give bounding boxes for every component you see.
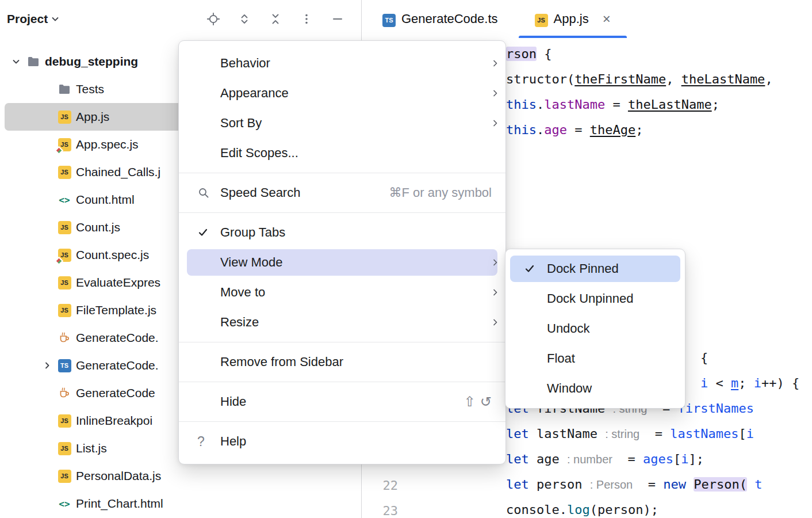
js-icon: JS — [58, 110, 71, 124]
menu-separator — [179, 382, 505, 382]
menu-item-label: Sort By — [220, 116, 262, 131]
tree-item-label: List.js — [76, 441, 107, 455]
chevron-spacer — [40, 497, 54, 511]
menu-separator — [179, 342, 505, 342]
tree-item-label: Print_Chart.html — [76, 497, 163, 511]
menu-item-resize[interactable]: Resize — [179, 307, 505, 337]
menu-item-label: Group Tabs — [220, 225, 285, 240]
menu-item-label: Resize — [220, 315, 259, 330]
menu-item-group-tabs[interactable]: Group Tabs — [179, 218, 505, 247]
locate-icon[interactable] — [206, 12, 221, 26]
chevron-spacer — [40, 276, 54, 290]
tree-item-personaldata-js[interactable]: JSPersonalData.js — [5, 462, 357, 490]
folder-icon — [26, 55, 40, 68]
menu-item-dock-unpinned[interactable]: Dock Unpinned — [505, 284, 685, 314]
tree-item-label: GenerateCode. — [76, 359, 159, 372]
menu-item-undock[interactable]: Undock — [505, 314, 685, 344]
tree-item-label: PersonalData.js — [76, 469, 161, 483]
js-icon: JS — [58, 276, 71, 290]
tab-app-js[interactable]: JSApp.js× — [516, 0, 629, 38]
code-line: { — [700, 349, 708, 367]
menu-item-label: Move to — [220, 285, 265, 300]
tree-item-label: Count.spec.js — [76, 248, 149, 262]
chevron-spacer — [40, 331, 54, 345]
chevron-spacer — [40, 193, 54, 207]
menu-item-label: Undock — [547, 321, 590, 336]
js-icon: JS — [58, 469, 71, 483]
help-icon: ? — [179, 435, 220, 448]
tree-item-label: GenerateCode. — [76, 331, 159, 345]
check-icon — [505, 263, 547, 275]
menu-item-label: Window — [547, 381, 592, 396]
menu-item-label: Help — [220, 434, 246, 449]
menu-item-speed-search[interactable]: Speed Search⌘F or any symbol — [179, 178, 505, 208]
chevron-right-icon[interactable] — [40, 359, 54, 372]
js-file-icon: JS — [535, 11, 548, 27]
menu-item-label: View Mode — [220, 255, 282, 270]
menu-item-dock-pinned[interactable]: Dock Pinned — [505, 254, 685, 284]
menu-item-view-mode[interactable]: View Mode — [179, 247, 505, 277]
chevron-spacer — [40, 165, 54, 179]
submenu-arrow-icon — [491, 59, 500, 68]
menu-item-label: Edit Scopes... — [220, 146, 298, 161]
code-line: structor(theFirstName, theLastName, — [506, 71, 773, 88]
tab-generatecode-ts[interactable]: TSGenerateCode.ts — [364, 0, 516, 38]
chevron-down-icon[interactable] — [50, 14, 60, 24]
menu-item-window[interactable]: Window — [505, 374, 685, 403]
submenu-arrow-icon — [491, 318, 500, 327]
ts-file-icon: TS — [382, 11, 396, 27]
close-tab-icon[interactable]: × — [603, 12, 611, 26]
escape-icon: ↺ — [480, 395, 492, 409]
tab-label: GenerateCode.ts — [401, 12, 498, 26]
code-line: let person : Person = new Person( t — [506, 476, 762, 493]
minimize-icon[interactable] — [330, 12, 345, 26]
menu-item-label: Dock Pinned — [547, 261, 619, 276]
menu-item-float[interactable]: Float — [505, 344, 685, 374]
chevron-spacer — [40, 248, 54, 262]
submenu-arrow-icon — [491, 89, 500, 98]
menu-separator — [179, 212, 505, 213]
chevron-down-icon[interactable] — [9, 55, 23, 68]
expand-all-icon[interactable] — [237, 12, 252, 26]
collapse-all-icon[interactable] — [268, 12, 283, 26]
tree-item-print-chart-html[interactable]: <>Print_Chart.html — [5, 490, 357, 517]
submenu-arrow-icon — [491, 288, 500, 297]
tree-item-label: Count.js — [76, 220, 120, 234]
menu-item-label: Float — [547, 351, 575, 366]
menu-item-hide[interactable]: Hide⇧↺ — [179, 387, 505, 417]
tree-item-label: GenerateCode — [76, 386, 155, 400]
js-icon: JS — [58, 441, 71, 455]
project-title[interactable]: Project — [7, 12, 48, 26]
code-line: this.lastName = theLastName; — [506, 96, 719, 113]
menu-item-sort-by[interactable]: Sort By — [179, 108, 505, 138]
shift-icon: ⇧ — [464, 395, 476, 409]
tree-item-label: App.spec.js — [76, 138, 139, 151]
code-line: this.age = theAge; — [506, 121, 643, 139]
menu-item-move-to[interactable]: Move to — [179, 277, 505, 307]
menu-item-label: Hide — [220, 394, 246, 409]
js-icon: JS — [58, 165, 71, 179]
menu-item-edit-scopes[interactable]: Edit Scopes... — [179, 138, 505, 168]
code-line: rson { — [506, 45, 551, 63]
menu-item-help[interactable]: ?Help — [179, 426, 505, 456]
menu-shortcut: ⌘F or any symbol — [389, 185, 492, 200]
more-icon[interactable] — [299, 12, 314, 26]
check-icon — [179, 227, 220, 238]
submenu-arrow-icon — [491, 258, 500, 267]
menu-shortcut-icons: ⇧↺ — [464, 395, 492, 409]
html-icon: <> — [58, 193, 71, 207]
chevron-spacer — [40, 469, 54, 483]
tree-item-label: Chained_Calls.j — [76, 165, 160, 179]
tree-item-label: App.js — [76, 110, 109, 124]
menu-item-behavior[interactable]: Behavior — [179, 48, 505, 78]
menu-item-appearance[interactable]: Appearance — [179, 78, 505, 108]
chevron-spacer — [40, 110, 54, 124]
code-line: console.log(person); — [506, 501, 658, 518]
menu-item-remove-from-sidebar[interactable]: Remove from Sidebar — [179, 347, 505, 377]
js-spec-icon: JS — [58, 248, 71, 262]
menu-item-label: Dock Unpinned — [547, 291, 633, 306]
menu-item-label: Appearance — [220, 86, 289, 101]
chevron-spacer — [40, 82, 54, 96]
view-mode-submenu: Dock PinnedDock UnpinnedUndockFloatWindo… — [505, 249, 685, 409]
tree-item-label: Count.html — [76, 193, 135, 207]
